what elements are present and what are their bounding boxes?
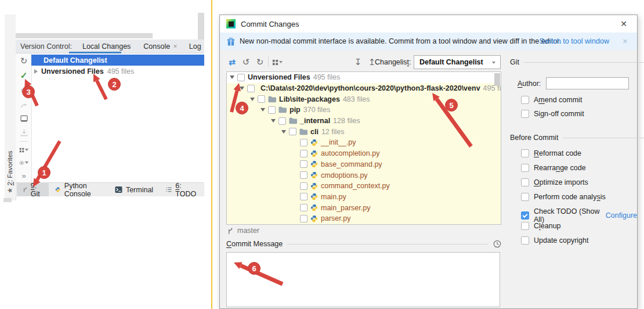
tab-close-icon[interactable]: ✕ bbox=[173, 44, 178, 49]
folder-name: Lib\site-packages bbox=[279, 95, 340, 103]
include-checkbox[interactable] bbox=[300, 139, 307, 146]
tree-folder-row[interactable]: Lib\site-packages 483 files bbox=[227, 94, 501, 105]
tree-folder-row[interactable]: _internal 128 files bbox=[227, 116, 501, 127]
expand-arrow-icon[interactable] bbox=[34, 69, 38, 74]
tree-file-row[interactable]: command_context.py bbox=[227, 181, 501, 192]
file-name: base_command.py bbox=[321, 160, 382, 168]
move-to-changelist-icon[interactable]: ⇄ bbox=[227, 58, 237, 67]
tree-file-row[interactable]: main_parser.py bbox=[227, 202, 501, 213]
tree-file-row[interactable]: parser.py bbox=[227, 213, 501, 224]
rollback-icon[interactable]: ↺ bbox=[241, 57, 251, 66]
dialog-titlebar[interactable]: Commit Changes ✕ bbox=[220, 15, 637, 33]
switch-to-tool-window-link[interactable]: Switch to tool window bbox=[540, 37, 609, 45]
include-checkbox[interactable] bbox=[300, 182, 307, 190]
include-checkbox[interactable] bbox=[300, 150, 307, 157]
cleanup-checkbox[interactable] bbox=[521, 222, 529, 230]
changes-tree-panel[interactable]: Unversioned Files 495 files C:\Data\st-2… bbox=[226, 71, 501, 225]
annotation-badge-6: 6 bbox=[248, 262, 261, 275]
amend-checkbox[interactable] bbox=[521, 96, 529, 104]
commit-message-input[interactable] bbox=[226, 252, 500, 307]
code-analysis-checkbox[interactable] bbox=[521, 193, 529, 201]
include-checkbox[interactable] bbox=[289, 128, 296, 135]
tree-folder-row[interactable]: cli 12 files bbox=[227, 126, 501, 137]
expand-all-icon[interactable]: ↧ bbox=[353, 57, 363, 66]
changelist-dropdown[interactable]: Default Changelist bbox=[414, 55, 501, 69]
include-checkbox[interactable] bbox=[300, 171, 307, 179]
include-checkbox[interactable] bbox=[300, 215, 307, 222]
include-checkbox[interactable] bbox=[300, 160, 307, 168]
collapse-arrow-icon[interactable] bbox=[261, 108, 265, 112]
refresh-icon[interactable]: ↻ bbox=[19, 56, 28, 65]
notification-banner: New non-modal commit interface is availa… bbox=[220, 33, 637, 50]
include-checkbox[interactable] bbox=[300, 193, 307, 200]
collapse-arrow-icon[interactable] bbox=[281, 130, 286, 134]
unshelve-icon[interactable] bbox=[19, 100, 28, 110]
toolwindow-tab-terminal[interactable]: Terminal bbox=[108, 183, 160, 196]
git-branch-icon bbox=[227, 227, 234, 235]
collapse-arrow-icon[interactable] bbox=[250, 98, 255, 101]
branch-name: master bbox=[237, 227, 259, 235]
include-checkbox[interactable] bbox=[247, 85, 255, 92]
tree-file-row[interactable]: main.py bbox=[227, 192, 501, 203]
include-checkbox[interactable] bbox=[258, 95, 265, 103]
collapse-arrow-icon[interactable] bbox=[240, 87, 244, 90]
before-commit-option-reformat[interactable]: Reformat code bbox=[521, 149, 581, 157]
group-by-icon[interactable] bbox=[272, 58, 283, 67]
before-commit-option-optimize[interactable]: Optimize imports bbox=[521, 178, 588, 186]
editor-hscrollbar[interactable] bbox=[16, 33, 153, 38]
tree-file-row[interactable]: cmdoptions.py bbox=[227, 170, 501, 181]
toolwindow-tab-python-console[interactable]: Python Console bbox=[49, 183, 108, 196]
signoff-checkbox[interactable] bbox=[521, 110, 529, 118]
default-changelist-row[interactable]: Default Changelist bbox=[31, 55, 204, 66]
more-actions-icon[interactable]: » bbox=[19, 171, 28, 180]
tree-root-row[interactable]: Unversioned Files 495 files bbox=[227, 72, 501, 83]
configure-todo-link[interactable]: Configure bbox=[606, 211, 637, 220]
tab-local-changes[interactable]: Local Changes bbox=[82, 42, 131, 51]
file-name: command_context.py bbox=[321, 182, 390, 190]
rearrange-checkbox[interactable] bbox=[521, 164, 529, 172]
group-by-icon[interactable] bbox=[19, 145, 28, 154]
tree-file-row[interactable]: autocompletion.py bbox=[227, 148, 501, 159]
optimize-imports-checkbox[interactable] bbox=[521, 178, 529, 186]
favorites-toolwindow-button[interactable]: ★ 2: Favorites bbox=[6, 177, 14, 193]
commit-message-label: Commit Message bbox=[226, 240, 283, 248]
tree-folder-row[interactable]: C:\Data\st-2020\dev\python\cours-2020\py… bbox=[227, 83, 501, 94]
preview-diff-icon[interactable] bbox=[19, 114, 28, 123]
toolwindow-tab-todo[interactable]: 6: TODO bbox=[160, 183, 204, 196]
tree-folder-row[interactable]: pip 370 files bbox=[227, 105, 501, 116]
screenshot-root: ★ 2: Favorites Version Control: Local Ch… bbox=[0, 0, 644, 309]
before-commit-option-analysis[interactable]: Perform code analysis bbox=[521, 193, 606, 201]
before-commit-option-copyright[interactable]: Update copyright bbox=[521, 236, 589, 245]
tree-file-row[interactable]: base_command.py bbox=[227, 159, 501, 170]
before-commit-option-cleanup[interactable]: Cleanup bbox=[521, 222, 561, 230]
unversioned-files-row[interactable]: Unversioned Files 495 files bbox=[31, 66, 204, 77]
toolwindow-tab-git[interactable]: 9: Git bbox=[17, 183, 49, 196]
commit-history-clock-icon[interactable] bbox=[493, 240, 501, 248]
reformat-checkbox[interactable] bbox=[521, 149, 529, 157]
collapse-arrow-icon[interactable] bbox=[230, 76, 234, 79]
before-commit-option-rearrange[interactable]: Rearrange code bbox=[521, 164, 586, 172]
update-copyright-checkbox[interactable] bbox=[521, 236, 529, 245]
include-checkbox[interactable] bbox=[237, 74, 245, 81]
include-checkbox[interactable] bbox=[300, 204, 307, 211]
refresh-changes-icon[interactable]: ↻ bbox=[255, 57, 265, 66]
collapse-arrow-icon[interactable] bbox=[271, 119, 276, 123]
include-checkbox[interactable] bbox=[278, 117, 286, 125]
show-options-eye-icon[interactable] bbox=[19, 158, 28, 167]
commit-check-icon[interactable]: ✓ bbox=[19, 70, 28, 80]
amend-commit-option[interactable]: Amend commit bbox=[521, 96, 582, 104]
editor-vscrollbar[interactable] bbox=[198, 13, 204, 39]
tree-file-row[interactable]: __init__.py bbox=[227, 137, 501, 148]
author-input[interactable] bbox=[546, 77, 629, 89]
include-checkbox[interactable] bbox=[268, 106, 276, 114]
signoff-commit-option[interactable]: Sign-off commit bbox=[521, 110, 584, 118]
before-commit-option-check-todo[interactable]: Check TODO (Show All) Configure bbox=[521, 207, 637, 224]
tab-console[interactable]: Console ✕ bbox=[143, 42, 177, 51]
folder-name: _internal bbox=[300, 117, 330, 125]
dialog-close-icon[interactable]: ✕ bbox=[620, 19, 627, 28]
shelve-silently-icon[interactable] bbox=[19, 128, 28, 137]
tab-log[interactable]: Log bbox=[189, 42, 201, 51]
banner-dismiss-icon[interactable]: ✕ bbox=[623, 38, 628, 45]
check-todo-checkbox[interactable] bbox=[521, 211, 529, 220]
tree-scrollbar-thumb[interactable] bbox=[494, 73, 500, 86]
